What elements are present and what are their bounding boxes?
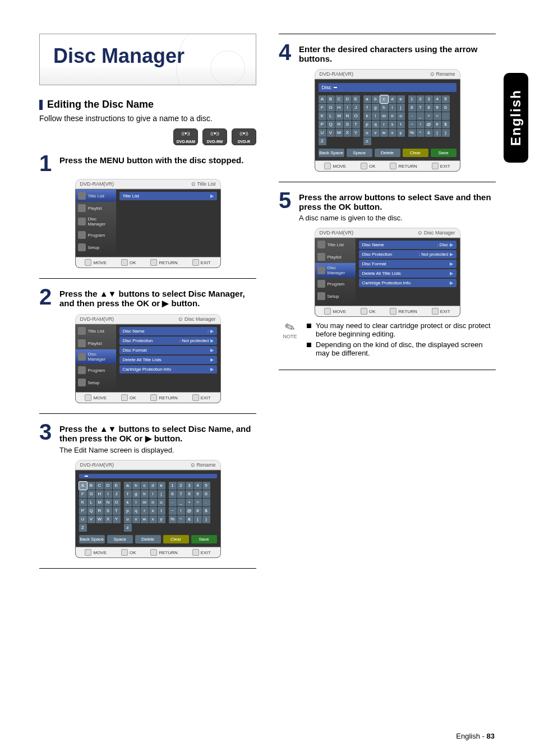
key[interactable]: U <box>79 515 87 523</box>
osd-row[interactable]: Disc Name: ▶ <box>119 327 217 335</box>
key[interactable]: % <box>408 129 416 137</box>
key[interactable]: 2 <box>177 482 185 490</box>
key[interactable]: + <box>425 112 433 120</box>
osd-row-title-list[interactable]: Title List▶ <box>119 192 217 200</box>
key[interactable]: n <box>149 499 157 506</box>
keyboard-symbols[interactable]: 1234567890-_+=.~!@#$%^&() <box>408 95 450 145</box>
key[interactable]: M <box>335 112 343 120</box>
key[interactable]: 4 <box>194 482 202 490</box>
kb-delete[interactable]: Delete <box>375 149 400 157</box>
key[interactable]: l <box>372 112 380 120</box>
key[interactable]: @ <box>425 121 433 128</box>
osd-row[interactable]: Disc Format▶ <box>119 346 217 354</box>
key[interactable]: ) <box>202 515 210 523</box>
key[interactable]: Q <box>87 507 95 515</box>
key[interactable]: J <box>113 490 121 498</box>
key[interactable]: ) <box>442 129 450 137</box>
key[interactable]: a <box>124 482 132 490</box>
key[interactable]: x <box>389 129 396 137</box>
key[interactable]: p <box>363 121 371 128</box>
key[interactable]: v <box>372 129 380 137</box>
key[interactable]: R <box>96 507 104 515</box>
key[interactable]: 6 <box>169 490 177 498</box>
key[interactable]: M <box>96 499 104 506</box>
key[interactable]: V <box>87 515 95 523</box>
key[interactable]: O <box>352 112 360 120</box>
key[interactable]: 1 <box>169 482 177 490</box>
osd-row[interactable]: Delete All Title Lists▶ <box>359 269 456 278</box>
key[interactable]: t <box>158 507 165 515</box>
sidebar-item-setup[interactable]: Setup <box>76 241 116 253</box>
key[interactable]: L <box>87 499 95 506</box>
kb-backspace[interactable]: Back Space <box>319 149 344 157</box>
key[interactable]: f <box>363 104 371 112</box>
key[interactable]: L <box>327 112 335 120</box>
key[interactable]: W <box>335 129 343 137</box>
key[interactable]: D <box>344 95 352 103</box>
key[interactable]: 7 <box>417 104 425 112</box>
key[interactable]: Z <box>319 137 326 145</box>
sidebar-item-program[interactable]: Program <box>76 229 116 241</box>
key[interactable]: m <box>141 499 149 506</box>
key[interactable]: h <box>141 490 149 498</box>
key[interactable]: Z <box>79 524 87 532</box>
key[interactable]: r <box>380 121 388 128</box>
key[interactable]: U <box>319 129 326 137</box>
key[interactable]: z <box>363 137 371 145</box>
key[interactable]: 0 <box>442 104 450 112</box>
key[interactable]: G <box>327 104 335 112</box>
osd-row[interactable]: Cartridge Protection Info▶ <box>359 279 456 287</box>
key[interactable]: Y <box>352 129 360 137</box>
key[interactable]: $ <box>202 507 210 515</box>
key[interactable]: y <box>158 515 165 523</box>
key[interactable]: K <box>319 112 326 120</box>
key[interactable]: f <box>124 490 132 498</box>
key[interactable]: b <box>372 95 380 103</box>
sidebar-item-program[interactable]: Program <box>76 364 116 376</box>
key[interactable]: h <box>380 104 388 112</box>
key[interactable]: w <box>141 515 149 523</box>
kb-save[interactable]: Save <box>191 535 217 543</box>
key[interactable]: s <box>389 121 396 128</box>
key[interactable]: d <box>389 95 396 103</box>
key[interactable]: T <box>352 121 360 128</box>
key[interactable]: I <box>344 104 352 112</box>
key[interactable]: C <box>96 482 104 490</box>
key[interactable]: j <box>158 490 165 498</box>
key[interactable]: V <box>327 129 335 137</box>
keyboard-lower[interactable]: abcdefghijklmnopqrstuvwxyz <box>363 95 405 145</box>
key[interactable]: u <box>124 515 132 523</box>
key[interactable]: 3 <box>425 95 433 103</box>
key[interactable]: 4 <box>433 95 441 103</box>
key[interactable]: c <box>380 95 388 103</box>
rename-input[interactable]: Disc <box>319 83 456 92</box>
key[interactable]: i <box>389 104 396 112</box>
key[interactable]: k <box>363 112 371 120</box>
key[interactable]: q <box>372 121 380 128</box>
key[interactable]: G <box>87 490 95 498</box>
key[interactable]: A <box>79 482 87 490</box>
key[interactable]: Y <box>113 515 121 523</box>
sidebar-item-disc-manager[interactable]: Disc Manager <box>315 263 356 278</box>
key[interactable]: 1 <box>408 95 416 103</box>
key[interactable]: H <box>96 490 104 498</box>
sidebar-item-program[interactable]: Program <box>315 278 356 290</box>
key[interactable]: W <box>96 515 104 523</box>
key[interactable]: 5 <box>202 482 210 490</box>
key[interactable]: _ <box>417 112 425 120</box>
key[interactable]: ! <box>417 121 425 128</box>
key[interactable]: i <box>149 490 157 498</box>
key[interactable]: z <box>124 524 132 532</box>
key[interactable]: + <box>186 499 193 506</box>
key[interactable]: B <box>87 482 95 490</box>
key[interactable]: e <box>158 482 165 490</box>
key[interactable]: 6 <box>408 104 416 112</box>
key[interactable]: ! <box>177 507 185 515</box>
key[interactable]: P <box>79 507 87 515</box>
key[interactable]: E <box>352 95 360 103</box>
key[interactable]: s <box>149 507 157 515</box>
sidebar-item-title-list[interactable]: Title List <box>76 325 116 337</box>
key[interactable]: v <box>132 515 140 523</box>
key[interactable]: X <box>104 515 112 523</box>
key[interactable]: d <box>149 482 157 490</box>
